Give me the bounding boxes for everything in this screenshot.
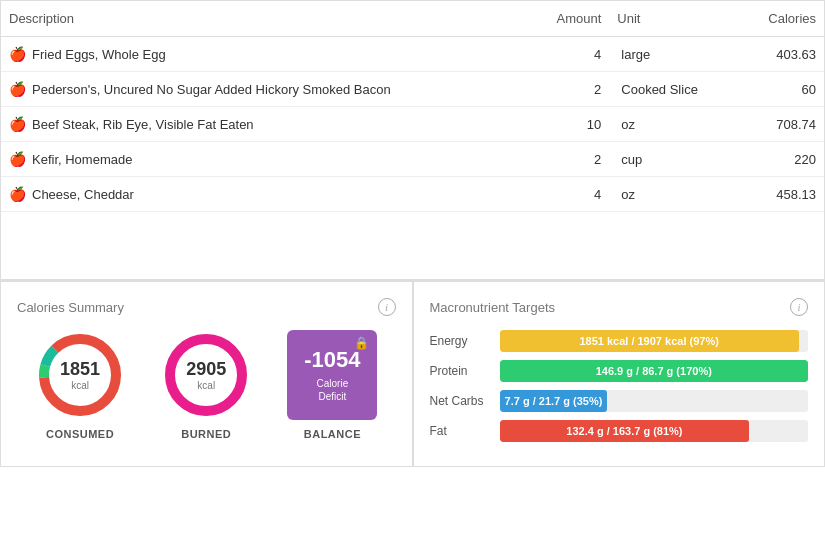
consumed-footer: CONSUMED: [46, 428, 114, 440]
food-table: Description Amount Unit Calories 🍎Fried …: [1, 1, 824, 212]
food-description: 🍎Pederson's, Uncured No Sugar Added Hick…: [1, 72, 538, 107]
food-calories: 458.13: [735, 177, 824, 212]
macro-targets-panel: Macronutrient Targets i Energy 1851 kcal…: [413, 281, 826, 467]
apple-icon: 🍎: [9, 186, 26, 202]
macro-bar-label: 1851 kcal / 1907 kcal (97%): [579, 335, 718, 347]
macro-bar-wrap: 1851 kcal / 1907 kcal (97%): [500, 330, 809, 352]
col-header-description: Description: [1, 1, 538, 37]
burned-donut: 2905 kcal: [161, 330, 251, 420]
consumed-donut: 1851 kcal: [35, 330, 125, 420]
macro-bar-wrap: 132.4 g / 163.7 g (81%): [500, 420, 809, 442]
balance-sub: CalorieDeficit: [317, 377, 349, 403]
macro-name: Net Carbs: [430, 394, 500, 408]
macro-bar-label: 146.9 g / 86.7 g (170%): [596, 365, 712, 377]
food-calories: 60: [735, 72, 824, 107]
food-unit: large: [609, 37, 734, 72]
food-description: 🍎Cheese, Cheddar: [1, 177, 538, 212]
burned-value: 2905: [186, 360, 226, 380]
burned-donut-wrap: 2905 kcal BURNED: [161, 330, 251, 440]
table-row: 🍎Kefir, Homemade 2 cup 220: [1, 142, 824, 177]
food-calories: 708.74: [735, 107, 824, 142]
col-header-unit: Unit: [609, 1, 734, 37]
food-unit: cup: [609, 142, 734, 177]
balance-box: 🔒 -1054 CalorieDeficit: [287, 330, 377, 420]
food-amount: 2: [538, 72, 610, 107]
food-calories: 220: [735, 142, 824, 177]
food-unit: oz: [609, 177, 734, 212]
macro-row: Protein 146.9 g / 86.7 g (170%): [430, 360, 809, 382]
macro-row: Energy 1851 kcal / 1907 kcal (97%): [430, 330, 809, 352]
food-amount: 4: [538, 177, 610, 212]
food-amount: 10: [538, 107, 610, 142]
col-header-amount: Amount: [538, 1, 610, 37]
macro-bar-label: 132.4 g / 163.7 g (81%): [566, 425, 682, 437]
food-calories: 403.63: [735, 37, 824, 72]
table-row: 🍎Pederson's, Uncured No Sugar Added Hick…: [1, 72, 824, 107]
macro-bar: 1851 kcal / 1907 kcal (97%): [500, 330, 799, 352]
macro-bar-wrap: 146.9 g / 86.7 g (170%): [500, 360, 809, 382]
calories-info-icon[interactable]: i: [378, 298, 396, 316]
apple-icon: 🍎: [9, 116, 26, 132]
macro-bar: 132.4 g / 163.7 g (81%): [500, 420, 750, 442]
food-description: 🍎Kefir, Homemade: [1, 142, 538, 177]
macro-bar: 146.9 g / 86.7 g (170%): [500, 360, 809, 382]
macro-bar-wrap: 7.7 g / 21.7 g (35%): [500, 390, 809, 412]
food-unit: Cooked Slice: [609, 72, 734, 107]
table-row: 🍎Fried Eggs, Whole Egg 4 large 403.63: [1, 37, 824, 72]
balance-wrap: 🔒 -1054 CalorieDeficit BALANCE: [287, 330, 377, 440]
balance-footer: BALANCE: [304, 428, 361, 440]
table-row: 🍎Cheese, Cheddar 4 oz 458.13: [1, 177, 824, 212]
macro-name: Protein: [430, 364, 500, 378]
balance-icon: 🔒: [354, 336, 369, 350]
macro-row: Fat 132.4 g / 163.7 g (81%): [430, 420, 809, 442]
calories-summary-content: 1851 kcal CONSUMED 2905 kcal: [17, 330, 396, 440]
macro-rows: Energy 1851 kcal / 1907 kcal (97%) Prote…: [430, 330, 809, 442]
apple-icon: 🍎: [9, 81, 26, 97]
macro-name: Fat: [430, 424, 500, 438]
consumed-donut-wrap: 1851 kcal CONSUMED: [35, 330, 125, 440]
macro-targets-title: Macronutrient Targets: [430, 300, 556, 315]
calories-summary-panel: Calories Summary i: [0, 281, 413, 467]
food-amount: 4: [538, 37, 610, 72]
consumed-value: 1851: [60, 360, 100, 380]
apple-icon: 🍎: [9, 46, 26, 62]
food-description: 🍎Fried Eggs, Whole Egg: [1, 37, 538, 72]
balance-value: -1054: [304, 347, 360, 373]
table-row: 🍎Beef Steak, Rib Eye, Visible Fat Eaten …: [1, 107, 824, 142]
food-description: 🍎Beef Steak, Rib Eye, Visible Fat Eaten: [1, 107, 538, 142]
burned-footer: BURNED: [181, 428, 231, 440]
macro-name: Energy: [430, 334, 500, 348]
macro-bar: 7.7 g / 21.7 g (35%): [500, 390, 608, 412]
macro-info-icon[interactable]: i: [790, 298, 808, 316]
col-header-calories: Calories: [735, 1, 824, 37]
macro-bar-label: 7.7 g / 21.7 g (35%): [505, 395, 603, 407]
calories-summary-title: Calories Summary: [17, 300, 124, 315]
food-amount: 2: [538, 142, 610, 177]
burned-label: kcal: [186, 379, 226, 390]
consumed-label: kcal: [60, 379, 100, 390]
apple-icon: 🍎: [9, 151, 26, 167]
food-unit: oz: [609, 107, 734, 142]
macro-row: Net Carbs 7.7 g / 21.7 g (35%): [430, 390, 809, 412]
